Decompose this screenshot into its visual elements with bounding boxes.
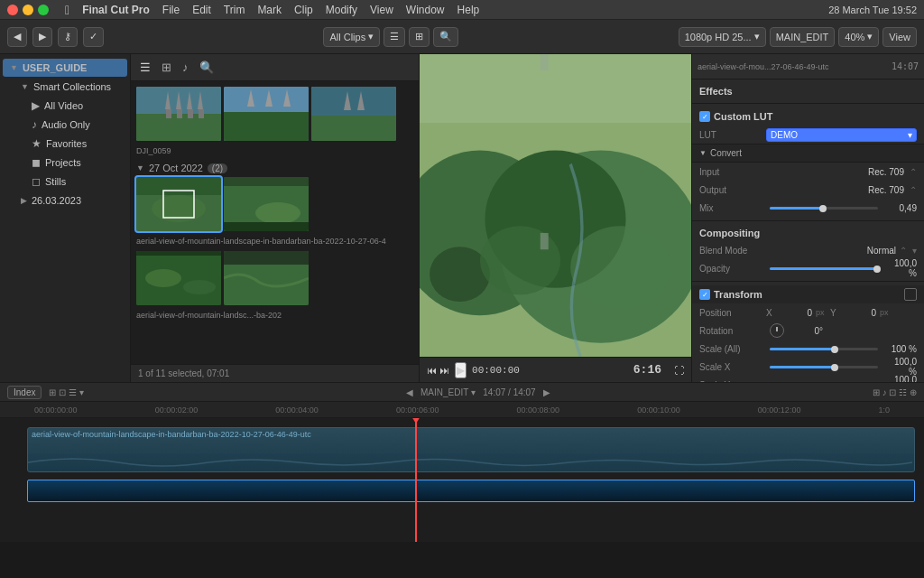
clip-thumb-1[interactable] — [136, 87, 221, 141]
output-value: Rec. 709 — [868, 185, 904, 195]
lut-row: LUT DEMO ▾ — [692, 126, 924, 144]
inspector-timecode: 14:07 — [892, 61, 919, 71]
transform-checkbox[interactable]: ✓ — [699, 289, 710, 300]
svg-point-29 — [145, 269, 181, 287]
modify-menu[interactable]: Modify — [326, 4, 357, 16]
check-button[interactable]: ✓ — [83, 27, 104, 47]
browser-list-view[interactable]: ☰ — [136, 59, 154, 76]
opacity-slider[interactable] — [770, 267, 878, 270]
forward-button[interactable]: ▶ — [32, 27, 52, 47]
view-options-button[interactable]: View — [882, 27, 917, 47]
clip-view-list[interactable]: ☰ — [383, 27, 405, 47]
scale-all-slider[interactable] — [770, 348, 878, 350]
toolbar-right: 1080p HD 25... ▾ MAIN_EDIT 40% ▾ View — [679, 27, 917, 47]
fullscreen-icon[interactable]: ⛶ — [674, 365, 684, 376]
sidebar-smart-collections[interactable]: ▼ Smart Collections — [3, 78, 127, 96]
timeline-sequence[interactable]: MAIN_EDIT — [420, 387, 468, 397]
output-row: Output Rec. 709 ⌃ — [692, 181, 924, 199]
playback-controls-left: ⏮ ⏭ — [427, 365, 449, 376]
viewer-panel: ⏮ ⏭ ▶ 00:00:00 6:16 ⛶ — [420, 54, 691, 382]
sidebar-item-date-folder[interactable]: ▶ 26.03.2023 — [3, 191, 127, 210]
scale-y-value: 100,0 % — [885, 375, 917, 382]
browser-search[interactable]: 🔍 — [196, 59, 217, 76]
help-menu[interactable]: Help — [457, 4, 480, 16]
sidebar-item-all-video[interactable]: ▶ All Video — [3, 97, 127, 115]
minimize-button[interactable] — [23, 5, 33, 15]
sidebar-item-projects[interactable]: ◼ Projects — [3, 154, 127, 172]
effects-header[interactable]: Effects — [692, 83, 924, 99]
mark-menu[interactable]: Mark — [257, 4, 282, 16]
timeline-clip-main[interactable]: aerial-view-of-mountain-landscape-in-ban… — [27, 427, 915, 472]
status-index-btn[interactable]: Index — [7, 386, 42, 399]
play-button[interactable]: ▶ — [455, 362, 467, 378]
clip-thumb-3[interactable] — [311, 87, 396, 141]
svg-rect-16 — [311, 116, 396, 141]
scale-x-slider[interactable] — [770, 366, 878, 368]
custom-lut-label: Custom LUT — [714, 111, 772, 122]
viewer-controls: ⏮ ⏭ ▶ 00:00:00 6:16 ⛶ — [420, 357, 691, 382]
inspector-clip-title: aerial-view-of-mou...27-06-46-49-utc — [698, 62, 829, 71]
compositing-header[interactable]: Compositing — [692, 225, 924, 241]
blend-label: Blend Mode — [699, 246, 762, 256]
clip-menu[interactable]: Clip — [294, 4, 313, 16]
playhead[interactable] — [415, 418, 417, 542]
close-button[interactable] — [7, 5, 18, 15]
trim-menu[interactable]: Trim — [224, 4, 245, 16]
all-video-label: All Video — [44, 100, 83, 111]
svg-point-25 — [255, 202, 300, 224]
transform-icon[interactable] — [904, 288, 917, 301]
opacity-row: Opacity 100,0 % — [692, 259, 924, 277]
audio-only-label: Audio Only — [42, 119, 90, 130]
sidebar-item-stills[interactable]: ◻ Stills — [3, 172, 127, 191]
browser-audio-view[interactable]: ♪ — [179, 59, 192, 76]
timeline-tracks[interactable]: aerial-view-of-mountain-landscape-in-ban… — [0, 418, 924, 542]
edit-menu[interactable]: Edit — [192, 4, 211, 16]
mix-slider[interactable] — [770, 207, 878, 210]
sidebar-item-audio-only[interactable]: ♪ Audio Only — [3, 116, 127, 134]
position-label: Position — [699, 308, 762, 318]
sidebar-root-label: USER_GUIDE — [23, 62, 88, 73]
search-button[interactable]: 🔍 — [433, 27, 458, 47]
lut-dropdown[interactable]: DEMO ▾ — [766, 128, 917, 142]
timeline-audio-clip[interactable] — [27, 480, 915, 502]
all-clips-button[interactable]: All Clips ▾ — [323, 27, 380, 47]
viewer-duration: 6:16 — [633, 363, 661, 377]
sidebar: ▼ USER_GUIDE ▼ Smart Collections ▶ All V… — [0, 54, 131, 382]
transform-section: ✓ Transform Position X 0 px Y 0 px Rotat… — [692, 282, 924, 382]
clip-thumb-6[interactable] — [224, 251, 309, 305]
viewer-overlay — [420, 54, 691, 357]
rotation-dial[interactable] — [770, 323, 784, 338]
viewer-canvas[interactable] — [420, 54, 691, 357]
pos-x-value: 0 — [781, 308, 812, 318]
sidebar-item-favorites[interactable]: ★ Favorites — [3, 135, 127, 153]
key-button[interactable]: ⚷ — [58, 27, 78, 47]
smart-collections-label: Smart Collections — [33, 81, 111, 92]
apple-menu[interactable]:  — [65, 3, 69, 17]
browser-grid-view[interactable]: ⊞ — [158, 59, 175, 76]
scale-all-label: Scale (All) — [699, 344, 762, 354]
window-menu[interactable]: Window — [406, 4, 445, 16]
statusbar: Index ⊞ ⊡ ☰ ▾ ◀ MAIN_EDIT ▾ 14:07 / 14:0… — [0, 382, 924, 402]
clip-thumb-5[interactable] — [136, 251, 221, 305]
back-button[interactable]: ◀ — [7, 27, 27, 47]
clip-thumb-selected-1[interactable] — [136, 177, 221, 231]
sequence-name-button[interactable]: MAIN_EDIT — [770, 27, 836, 47]
scale-x-row: Scale X 100,0 % — [692, 358, 924, 376]
view-menu[interactable]: View — [370, 4, 393, 16]
sidebar-root[interactable]: ▼ USER_GUIDE — [3, 59, 127, 77]
resolution-button[interactable]: 1080p HD 25... ▾ — [679, 27, 766, 47]
clip-thumb-4[interactable] — [224, 177, 309, 231]
clip-thumb-2[interactable] — [224, 87, 309, 141]
maximize-button[interactable] — [38, 5, 49, 15]
convert-section-header[interactable]: ▼ Convert — [692, 144, 924, 163]
clip2-label: aerial-view-of-mountain-landsc...-ba-202 — [136, 311, 413, 320]
zoom-button[interactable]: 40% ▾ — [838, 27, 879, 47]
compositing-label: Compositing — [699, 228, 760, 238]
opacity-label: Opacity — [699, 264, 762, 274]
clip-view-grid[interactable]: ⊞ — [409, 27, 430, 47]
svg-rect-41 — [541, 233, 549, 249]
custom-lut-checkbox[interactable]: ✓ — [699, 111, 710, 122]
status-right: ◀ MAIN_EDIT ▾ 14:07 / 14:07 ▶ — [406, 387, 550, 397]
file-menu[interactable]: File — [162, 4, 180, 16]
app-name-menu[interactable]: Final Cut Pro — [82, 4, 150, 16]
